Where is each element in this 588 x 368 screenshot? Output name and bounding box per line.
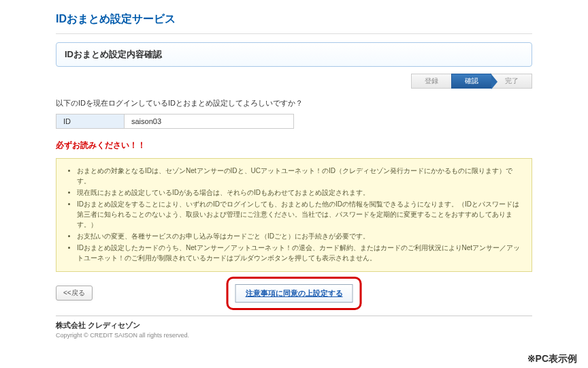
footer-copyright: Copyright © CREDIT SAISON all rights res…	[56, 332, 532, 339]
warning-heading: 必ずお読みください！！	[56, 140, 532, 151]
notice-item: 現在既におまとめ設定しているIDがある場合は、それらのIDもあわせておまとめ設定…	[77, 187, 522, 198]
notice-box: おまとめの対象となるIDは、セゾンNetアンサーのIDと、UCアットユーネット！…	[56, 158, 532, 272]
step-confirm: 確認	[451, 74, 492, 89]
notice-item: IDおまとめ設定したカードのうち、Netアンサー／アットユーネット！の退会、カー…	[77, 243, 522, 263]
id-value: saison03	[125, 114, 293, 128]
footer-company: 株式会社 クレディセゾン	[56, 320, 532, 331]
notice-item: IDおまとめ設定をすることにより、いずれのIDでログインしても、おまとめした他の…	[77, 199, 522, 230]
service-title: IDおまとめ設定サービス	[56, 12, 532, 27]
annotation-label: ※PC表示例	[527, 353, 577, 365]
footer-divider	[56, 316, 532, 316]
intro-text: 以下のIDを現在ログインしているIDとおまとめ設定してよろしいですか？	[56, 98, 532, 108]
agree-button[interactable]: 注意事項に同意の上設定する	[235, 284, 353, 303]
notice-item: おまとめの対象となるIDは、セゾンNetアンサーのIDと、UCアットユーネット！…	[77, 166, 522, 186]
agree-button-highlight: 注意事項に同意の上設定する	[227, 277, 362, 310]
step-indicator: 登録 確認 完了	[56, 74, 532, 89]
step-complete: 完了	[491, 74, 532, 89]
step-register: 登録	[411, 74, 452, 89]
id-label: ID	[56, 114, 125, 128]
button-row: <<戻る 注意事項に同意の上設定する	[56, 286, 532, 301]
panel-title: IDおまとめ設定内容確認	[56, 42, 532, 67]
divider	[56, 33, 532, 34]
id-table: ID saison03	[56, 114, 294, 129]
back-button[interactable]: <<戻る	[56, 286, 93, 301]
notice-item: お支払いの変更、各種サービスのお申し込み等はカードごと（IDごと）にお手続きが必…	[77, 231, 522, 241]
